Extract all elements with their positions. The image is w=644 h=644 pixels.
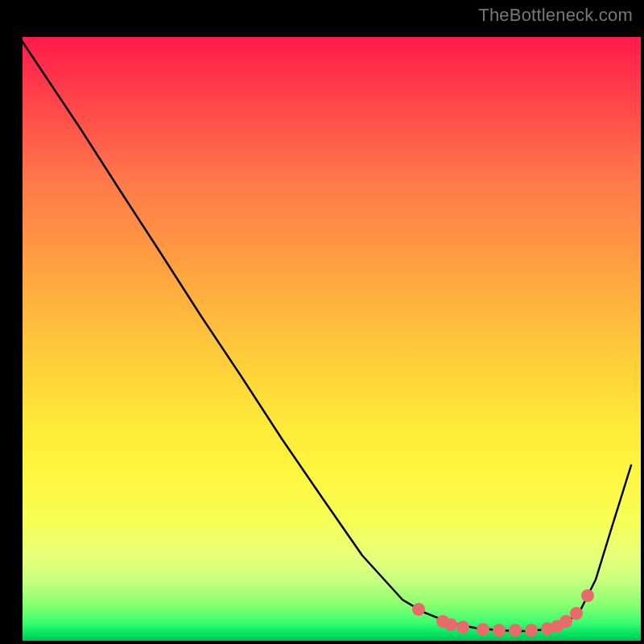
marker-dot [509, 624, 522, 637]
marker-dot [493, 624, 506, 637]
marker-dot [456, 621, 469, 634]
marker-dot [444, 618, 457, 631]
marker-dot [412, 603, 425, 616]
marker-dot [477, 623, 489, 636]
chart-overlay [0, 0, 644, 644]
marker-dot [559, 615, 572, 628]
marker-dot [570, 607, 583, 620]
optimal-zone-dots [412, 589, 594, 637]
marker-dot [525, 624, 538, 637]
bottleneck-curve [13, 27, 631, 631]
marker-dot [581, 589, 594, 602]
